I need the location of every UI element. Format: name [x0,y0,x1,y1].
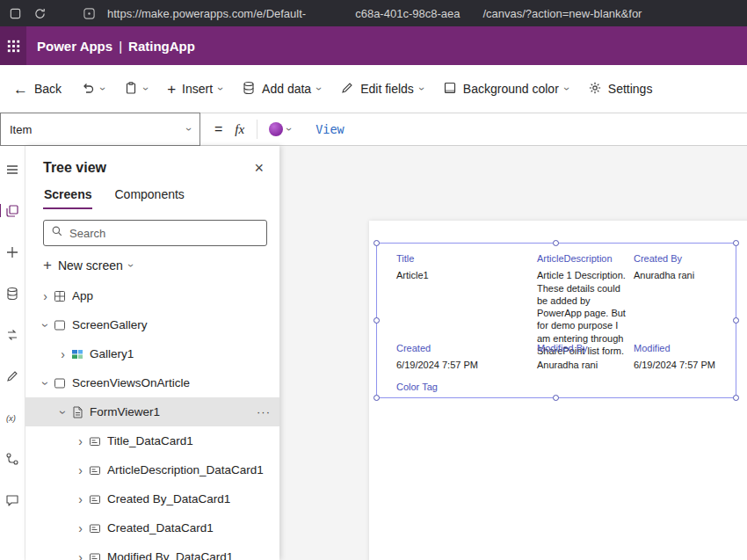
back-button[interactable]: ← Back [4,76,71,103]
brand-name[interactable]: Power Apps [37,39,112,54]
equals-sign: = [214,121,222,137]
datacard-value: Anuradha rani [634,269,694,281]
card-icon [88,434,107,448]
tree-item-label: FormViewer1 [90,405,160,418]
tree-item-formviewer1[interactable]: › FormViewer1 ··· [25,397,279,426]
tree-item-label: App [72,289,93,302]
settings-label: Settings [608,82,653,96]
card-icon [88,521,107,535]
form-viewer-control[interactable]: Title Article1 ArticleDescription Articl… [376,243,736,398]
datacard-created[interactable]: Created 6/19/2024 7:57 PM [396,342,478,372]
expand-chevron-icon[interactable]: › [39,375,53,390]
paste-button[interactable]: › [114,75,157,104]
tab-components[interactable]: Components [113,183,185,209]
background-color-icon [443,81,457,98]
chevron-down-icon: › [562,87,572,91]
datacard-colorTag[interactable]: Color Tag [396,381,438,397]
tree-item-label: Modified By_DataCard1 [107,550,233,560]
resize-handle[interactable] [374,395,380,401]
search-box[interactable] [43,220,267,246]
chevron-down-icon[interactable]: › [141,87,151,91]
site-info-icon[interactable] [83,7,96,20]
browser-tab-icon[interactable] [9,7,22,20]
tree-item-screengallery[interactable]: › ScreenGallery [25,310,279,339]
menu-icon[interactable] [5,162,20,177]
tree-item-app[interactable]: › App [25,281,279,310]
tree-view-icon[interactable] [5,203,20,218]
undo-button[interactable]: › [71,75,114,104]
datacard-createdBy[interactable]: Created By Anuradha rani [634,252,694,282]
fx-label: fx [235,122,244,137]
tab-screens[interactable]: Screens [43,183,92,209]
resize-handle[interactable] [374,240,380,246]
expand-chevron-icon[interactable]: › [73,492,88,506]
insert-button[interactable]: + Insert › [157,76,232,103]
resize-handle[interactable] [733,395,739,401]
edit-fields-button[interactable]: Edit fields › [330,75,433,104]
resize-handle[interactable] [374,317,380,324]
app-icon [53,289,72,303]
new-screen-button[interactable]: + New screen › [25,246,279,278]
tree-item-title-datacard1[interactable]: › Title_DataCard1 [25,426,279,455]
app-name: RatingApp [128,39,195,54]
background-color-button[interactable]: Background color › [433,75,578,104]
comments-icon[interactable] [5,492,20,507]
close-icon[interactable]: × [254,160,264,176]
tree-item-screenviewsonarticle[interactable]: › ScreenViewsOnArticle [25,368,279,397]
card-icon [88,492,107,506]
edit-fields-label: Edit fields [360,82,414,96]
resize-handle[interactable] [733,317,739,324]
tree-item-modified-by-datacard1[interactable]: › Modified By_DataCard1 [25,542,279,560]
datacard-modified[interactable]: Modified 6/19/2024 7:57 PM [634,342,715,372]
waffle-menu-icon[interactable] [0,26,26,65]
refresh-icon[interactable] [33,7,47,20]
expand-chevron-icon[interactable]: › [73,463,88,477]
chevron-down-icon[interactable]: › [98,87,108,91]
panel-title: Tree view [43,160,106,176]
add-data-button[interactable]: Add data › [232,75,330,104]
tree-item-gallery1[interactable]: › Gallery1 [25,339,279,368]
advanced-tools-icon[interactable] [5,368,20,383]
chevron-down-icon: › [215,87,226,91]
powerfx-color-icon[interactable] [269,122,283,136]
resize-handle[interactable] [553,240,559,246]
datacard-label: Modified [634,342,715,354]
url-segment: c68a-401c-98c8-aea [355,7,460,20]
tree-item-label: ScreenGallery [72,318,148,331]
property-selector[interactable]: Item › [0,113,200,146]
datacard-label: Created [396,342,478,354]
resize-handle[interactable] [733,240,739,246]
formula-input[interactable]: View [315,122,344,136]
property-selected-value: Item [10,123,32,136]
datacard-value: Article1 [396,269,429,281]
expand-chevron-icon[interactable]: › [39,317,53,332]
data-icon[interactable] [5,286,20,301]
more-options-icon[interactable]: ··· [257,405,271,418]
tree-item-created-by-datacard1[interactable]: › Created By_DataCard1 [25,484,279,513]
expand-chevron-icon[interactable]: › [73,550,88,560]
datacard-label: ArticleDescription [537,252,630,265]
toolbar: ← Back › › + Insert › Add data › Edit fi… [0,65,747,113]
variables-icon[interactable]: (x) [5,410,20,425]
search-input[interactable] [69,227,259,240]
settings-button[interactable]: Settings [578,75,663,104]
tree-item-label: Created By_DataCard1 [107,492,230,505]
chevron-down-icon: › [126,264,136,267]
canvas-area[interactable]: Title Article1 ArticleDescription Articl… [279,146,747,560]
expand-chevron-icon[interactable]: › [56,404,70,419]
expand-chevron-icon[interactable]: › [73,521,88,535]
resize-handle[interactable] [553,395,559,401]
datacard-title[interactable]: Title Article1 [396,252,429,282]
expand-chevron-icon[interactable]: › [73,434,88,448]
monitor-icon[interactable] [5,451,20,466]
tree-item-created-datacard1[interactable]: › Created_DataCard1 [25,513,279,542]
expand-chevron-icon[interactable]: › [38,289,53,303]
expand-chevron-icon[interactable]: › [55,347,70,361]
tree-item-articledescription-datacard1[interactable]: › ArticleDescription_DataCard1 [25,455,279,484]
insert-icon[interactable] [5,244,20,259]
address-bar[interactable]: https://make.powerapps.com/e/Default- c6… [107,7,642,20]
chevron-down-icon[interactable]: › [284,127,294,131]
background-color-label: Background color [463,82,559,96]
datacard-modifiedBy[interactable]: Modified By Anuradha rani [537,342,598,372]
power-automate-icon[interactable] [5,327,20,342]
